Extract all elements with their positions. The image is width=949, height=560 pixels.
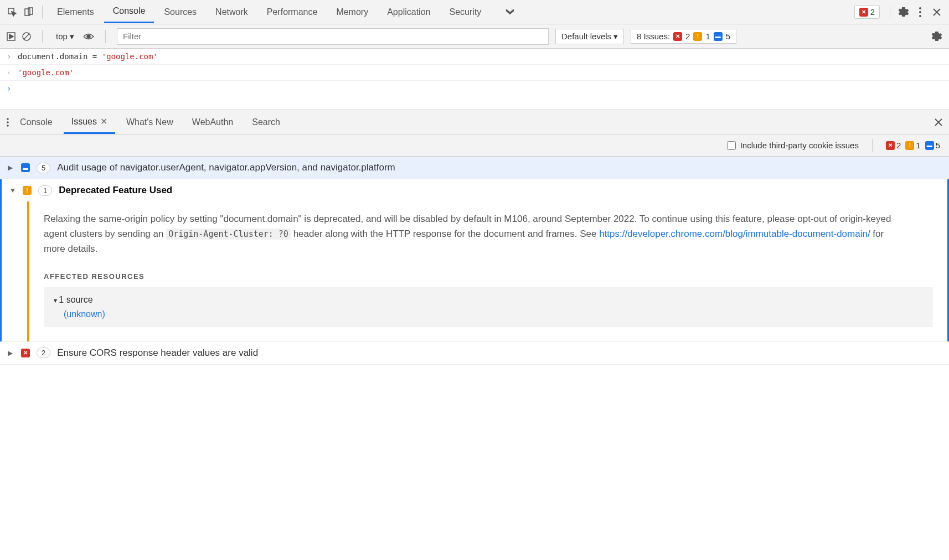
- source-link[interactable]: (unknown): [64, 309, 923, 319]
- drawer: Console Issues✕ What's New WebAuthn Sear…: [0, 110, 949, 365]
- console-code: 'google.com': [18, 68, 74, 77]
- tab-elements[interactable]: Elements: [48, 2, 103, 23]
- docs-link[interactable]: https://developer.chrome.com/blog/immuta…: [599, 229, 870, 239]
- divider: [890, 6, 890, 19]
- info-badge-group[interactable]: ▬5: [925, 141, 940, 150]
- issues-filter-bar: Include third-party cookie issues ✕2 !1 …: [0, 134, 949, 157]
- tab-application[interactable]: Application: [378, 2, 439, 23]
- chevron-right-icon: ▶: [8, 164, 14, 172]
- close-icon[interactable]: [929, 4, 945, 20]
- console-settings-icon[interactable]: [931, 31, 942, 42]
- console-toolbar: top ▾ Default levels ▾ 8 Issues: ✕2 !1 ▬…: [0, 24, 949, 49]
- drawer-tab-console[interactable]: Console: [12, 112, 60, 133]
- affected-sources-box: 1 source (unknown): [44, 287, 933, 327]
- drawer-tab-webauthn[interactable]: WebAuthn: [184, 112, 241, 133]
- divider: [42, 6, 43, 19]
- device-toolbar-icon[interactable]: [21, 4, 37, 20]
- info-speech-icon: ▬: [21, 163, 30, 172]
- tab-performance[interactable]: Performance: [258, 2, 327, 23]
- issue-title: Audit usage of navigator.userAgent, navi…: [57, 162, 395, 173]
- issue-row-cors[interactable]: ▶ ✕ 2 Ensure CORS response header values…: [0, 341, 949, 365]
- tab-network[interactable]: Network: [207, 2, 257, 23]
- filter-input[interactable]: [117, 28, 549, 45]
- chevron-down-icon: ▼: [9, 186, 16, 194]
- console-input-line: › document.domain = 'google.com': [0, 49, 949, 65]
- drawer-tab-search[interactable]: Search: [244, 112, 288, 133]
- source-header[interactable]: 1 source: [54, 295, 923, 305]
- tab-memory[interactable]: Memory: [327, 2, 377, 23]
- svg-point-5: [919, 15, 921, 17]
- input-prompt-icon: ›: [7, 52, 18, 61]
- issue-title: Deprecated Feature Used: [59, 185, 172, 196]
- error-speech-icon: ✕: [21, 349, 30, 357]
- drawer-tab-issues[interactable]: Issues✕: [64, 111, 115, 134]
- issue-description: Relaxing the same-origin policy by setti…: [44, 211, 896, 257]
- tab-sources[interactable]: Sources: [155, 2, 205, 23]
- issue-count: 5: [37, 163, 50, 173]
- issue-badges: ✕2 !1 ▬5: [886, 141, 940, 150]
- third-party-cookie-checkbox[interactable]: Include third-party cookie issues: [727, 141, 859, 150]
- affected-resources: AFFECTED RESOURCES 1 source (unknown): [44, 272, 933, 327]
- output-prompt-icon: ‹: [7, 68, 18, 77]
- error-badge-group[interactable]: ✕2: [886, 141, 901, 150]
- svg-point-9: [7, 118, 9, 120]
- settings-icon[interactable]: [896, 4, 911, 20]
- error-icon: ✕: [859, 8, 868, 17]
- console-code: document.domain = 'google.com': [18, 52, 158, 61]
- drawer-tabs: Console Issues✕ What's New WebAuthn Sear…: [0, 110, 949, 134]
- error-icon: ✕: [673, 32, 682, 41]
- input-prompt-icon: ›: [7, 84, 18, 93]
- affected-heading: AFFECTED RESOURCES: [44, 272, 933, 281]
- clear-console-icon[interactable]: [22, 32, 31, 41]
- execute-icon[interactable]: [7, 32, 16, 41]
- close-tab-icon[interactable]: ✕: [100, 117, 107, 126]
- tab-console[interactable]: Console: [104, 1, 154, 23]
- error-count: 2: [870, 7, 875, 17]
- svg-point-10: [7, 121, 9, 123]
- issue-row-deprecated-feature[interactable]: ▼ ! 1 Deprecated Feature Used: [2, 179, 947, 201]
- chevron-right-icon: ▶: [8, 349, 14, 357]
- divider: [872, 139, 873, 152]
- issue-expanded-container: ▼ ! 1 Deprecated Feature Used Relaxing t…: [0, 179, 949, 341]
- issue-count: 2: [37, 348, 50, 358]
- code-snippet: Origin-Agent-Cluster: ?0: [166, 229, 291, 240]
- info-icon: ▬: [925, 141, 934, 150]
- checkbox[interactable]: [727, 141, 736, 150]
- divider: [42, 30, 43, 43]
- console-output: › document.domain = 'google.com' ‹ 'goog…: [0, 49, 949, 110]
- inspect-element-icon[interactable]: [4, 4, 20, 20]
- drawer-tab-whatsnew[interactable]: What's New: [118, 112, 181, 133]
- divider: [105, 30, 106, 43]
- issue-title: Ensure CORS response header values are v…: [57, 348, 258, 359]
- close-drawer-icon[interactable]: [935, 118, 942, 126]
- more-tabs-icon[interactable]: [502, 4, 518, 20]
- error-icon: ✕: [886, 141, 895, 150]
- issues-label: 8 Issues:: [637, 32, 670, 41]
- console-prompt-line[interactable]: ›: [0, 81, 949, 110]
- svg-point-11: [7, 125, 9, 127]
- drawer-kebab-icon[interactable]: [7, 118, 9, 127]
- warning-icon: !: [693, 32, 702, 41]
- error-count-badge[interactable]: ✕ 2: [854, 5, 880, 19]
- issue-row-audit-useragent[interactable]: ▶ ▬ 5 Audit usage of navigator.userAgent…: [0, 157, 949, 179]
- warning-speech-icon: !: [23, 186, 32, 195]
- warning-badge-group[interactable]: !1: [905, 141, 920, 150]
- svg-point-4: [919, 11, 921, 13]
- issues-summary-button[interactable]: 8 Issues: ✕2 !1 ▬5: [631, 29, 736, 44]
- issue-body: Relaxing the same-origin policy by setti…: [27, 201, 947, 341]
- tab-security[interactable]: Security: [440, 2, 490, 23]
- info-icon: ▬: [714, 32, 723, 41]
- console-output-line: ‹ 'google.com': [0, 65, 949, 81]
- warning-icon: !: [905, 141, 914, 150]
- context-selector[interactable]: top ▾: [54, 29, 76, 44]
- issue-count: 1: [38, 185, 52, 196]
- kebab-menu-icon[interactable]: [912, 4, 928, 20]
- svg-point-3: [919, 7, 921, 9]
- eye-icon[interactable]: [83, 33, 94, 40]
- levels-dropdown[interactable]: Default levels ▾: [555, 29, 624, 44]
- svg-point-8: [87, 35, 90, 38]
- devtools-top-toolbar: Elements Console Sources Network Perform…: [0, 0, 949, 24]
